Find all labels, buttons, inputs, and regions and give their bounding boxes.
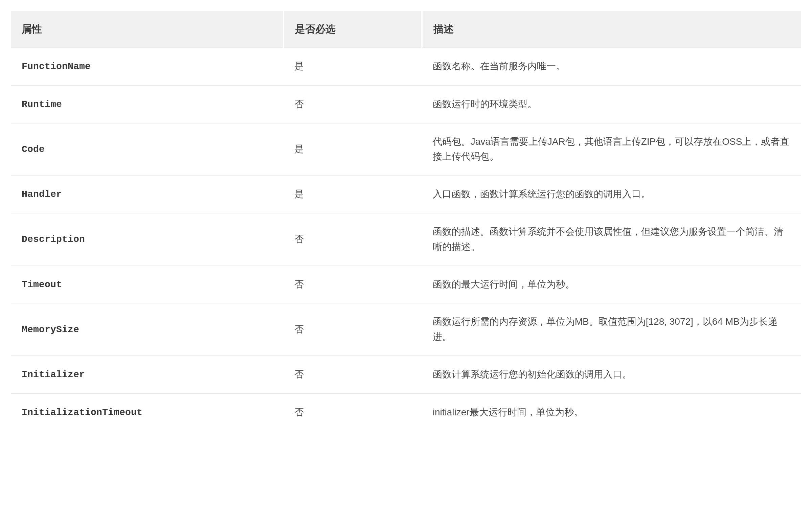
- col-header-required: 是否必选: [284, 11, 422, 48]
- table-body: FunctionName 是 函数名称。在当前服务内唯一。 Runtime 否 …: [11, 48, 801, 431]
- cell-description: 入口函数，函数计算系统运行您的函数的调用入口。: [422, 176, 801, 214]
- cell-required: 否: [284, 355, 422, 393]
- cell-attribute: Timeout: [11, 265, 284, 304]
- col-header-description: 描述: [422, 11, 801, 48]
- cell-attribute: MemorySize: [11, 304, 284, 356]
- cell-description: 函数名称。在当前服务内唯一。: [422, 48, 801, 86]
- cell-attribute: FunctionName: [11, 48, 284, 86]
- table-row: MemorySize 否 函数运行所需的内存资源，单位为MB。取值范围为[128…: [11, 304, 801, 356]
- table-row: Description 否 函数的描述。函数计算系统并不会使用该属性值，但建议您…: [11, 213, 801, 265]
- cell-required: 否: [284, 304, 422, 356]
- cell-attribute: Handler: [11, 176, 284, 214]
- table-row: FunctionName 是 函数名称。在当前服务内唯一。: [11, 48, 801, 86]
- table-row: InitializationTimeout 否 initializer最大运行时…: [11, 393, 801, 431]
- attr-code: Initializer: [21, 369, 85, 380]
- attr-code: Description: [21, 234, 85, 245]
- table-row: Timeout 否 函数的最大运行时间，单位为秒。: [11, 265, 801, 304]
- cell-attribute: Code: [11, 123, 284, 176]
- attributes-table: 属性 是否必选 描述 FunctionName 是 函数名称。在当前服务内唯一。…: [11, 11, 801, 431]
- cell-required: 是: [284, 123, 422, 176]
- cell-required: 否: [284, 265, 422, 304]
- cell-required: 是: [284, 176, 422, 214]
- col-header-attribute: 属性: [11, 11, 284, 48]
- attr-code: InitializationTimeout: [21, 407, 142, 418]
- cell-description: 函数运行所需的内存资源，单位为MB。取值范围为[128, 3072]，以64 M…: [422, 304, 801, 356]
- cell-required: 是: [284, 48, 422, 86]
- cell-description: 代码包。Java语言需要上传JAR包，其他语言上传ZIP包，可以存放在OSS上，…: [422, 123, 801, 176]
- attr-code: Timeout: [21, 279, 62, 290]
- attr-code: FunctionName: [21, 61, 91, 72]
- table-row: Handler 是 入口函数，函数计算系统运行您的函数的调用入口。: [11, 176, 801, 214]
- attr-code: Runtime: [21, 99, 62, 109]
- table-row: Runtime 否 函数运行时的环境类型。: [11, 85, 801, 123]
- attr-code: MemorySize: [21, 324, 79, 335]
- cell-description: initializer最大运行时间，单位为秒。: [422, 393, 801, 431]
- cell-required: 否: [284, 85, 422, 123]
- cell-attribute: Runtime: [11, 85, 284, 123]
- attr-code: Code: [21, 144, 45, 155]
- cell-description: 函数运行时的环境类型。: [422, 85, 801, 123]
- cell-attribute: Description: [11, 213, 284, 265]
- table-header: 属性 是否必选 描述: [11, 11, 801, 48]
- cell-required: 否: [284, 213, 422, 265]
- cell-description: 函数计算系统运行您的初始化函数的调用入口。: [422, 355, 801, 393]
- attr-code: Handler: [21, 189, 62, 200]
- page-root: 属性 是否必选 描述 FunctionName 是 函数名称。在当前服务内唯一。…: [0, 0, 812, 442]
- cell-attribute: InitializationTimeout: [11, 393, 284, 431]
- table-row: Code 是 代码包。Java语言需要上传JAR包，其他语言上传ZIP包，可以存…: [11, 123, 801, 176]
- table-header-row: 属性 是否必选 描述: [11, 11, 801, 48]
- cell-description: 函数的描述。函数计算系统并不会使用该属性值，但建议您为服务设置一个简洁、清晰的描…: [422, 213, 801, 265]
- cell-description: 函数的最大运行时间，单位为秒。: [422, 265, 801, 304]
- cell-required: 否: [284, 393, 422, 431]
- cell-attribute: Initializer: [11, 355, 284, 393]
- table-row: Initializer 否 函数计算系统运行您的初始化函数的调用入口。: [11, 355, 801, 393]
